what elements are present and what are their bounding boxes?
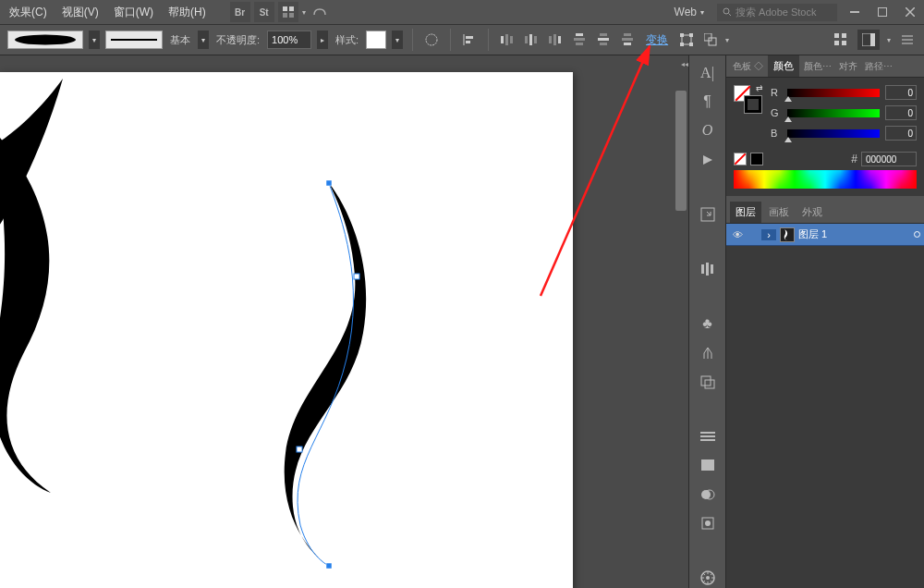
search-stock-input[interactable]: 搜索 Adobe Stock <box>717 4 837 21</box>
svg-rect-21 <box>549 36 552 43</box>
document-preset-dropdown[interactable]: Web ▾ <box>669 4 710 20</box>
collapse-panels-handle[interactable]: ◂◂ <box>681 58 688 69</box>
layer-thumbnail <box>780 227 795 242</box>
g-slider[interactable] <box>787 107 880 118</box>
hex-input[interactable]: 000000 <box>861 152 917 166</box>
minimize-button[interactable] <box>845 4 865 20</box>
r-slider[interactable] <box>787 87 880 98</box>
visibility-toggle-icon[interactable]: 👁 <box>730 229 745 240</box>
none-color-swatch[interactable] <box>734 153 747 165</box>
halign-left-icon[interactable] <box>498 31 517 49</box>
maximize-button[interactable] <box>872 4 893 20</box>
opacity-input[interactable]: 100% <box>267 31 311 49</box>
optionsbar: ▾ 基本 ▾ 不透明度: 100% ▸ 样式: ▾ 变换 ▾ ▾ <box>0 24 924 55</box>
transform-link[interactable]: 变换 <box>642 32 672 48</box>
svg-rect-37 <box>689 43 693 46</box>
opacity-dropdown[interactable]: ▸ <box>317 31 328 49</box>
align-left-icon[interactable] <box>460 31 479 49</box>
grid-view-icon[interactable] <box>832 31 850 49</box>
gpu-icon[interactable] <box>310 2 330 22</box>
valign-top-icon[interactable] <box>570 31 589 49</box>
fill-stroke-widget[interactable]: ⇄ <box>734 85 761 113</box>
transparency-panel-icon[interactable] <box>697 484 719 504</box>
halign-right-icon[interactable] <box>546 31 565 49</box>
layer-row[interactable]: 👁 › 图层 1 <box>726 224 924 246</box>
black-color-swatch[interactable] <box>750 153 763 165</box>
tool-rail: A| ¶ O ♣ <box>688 55 725 588</box>
close-button[interactable] <box>900 4 920 20</box>
arrange-documents-icon[interactable] <box>278 2 298 22</box>
stroke-panel-icon[interactable] <box>697 426 719 446</box>
svg-rect-24 <box>576 33 583 36</box>
menubar: 效果(C) 视图(V) 窗口(W) 帮助(H) Br St ▾ Web ▾ 搜索… <box>0 0 924 24</box>
group-icon[interactable] <box>701 31 720 49</box>
valign-bottom-icon[interactable] <box>618 31 637 49</box>
stroke-dropdown[interactable]: ▾ <box>198 31 209 49</box>
symbols-panel-icon[interactable]: ♣ <box>697 314 719 334</box>
essentials-panel-icon[interactable] <box>857 30 880 50</box>
document-preset-label: Web <box>675 6 697 18</box>
vertical-scrollbar[interactable] <box>674 72 688 588</box>
export-panel-icon[interactable] <box>697 204 719 224</box>
menu-window[interactable]: 窗口(W) <box>108 3 159 22</box>
svg-rect-7 <box>879 8 887 17</box>
menu-view[interactable]: 视图(V) <box>56 3 104 22</box>
halign-center-icon[interactable] <box>522 31 541 49</box>
tab-pathfinder[interactable]: 路径⋯ <box>862 56 895 77</box>
style-dropdown[interactable]: ▾ <box>392 31 403 49</box>
expand-layer-icon[interactable]: › <box>761 229 776 240</box>
svg-rect-55 <box>701 264 704 274</box>
isolate-icon[interactable] <box>677 31 696 49</box>
graphic-style-swatch[interactable] <box>366 31 386 49</box>
b-slider[interactable] <box>787 128 880 139</box>
g-value[interactable]: 0 <box>885 105 917 120</box>
panel-menu-icon[interactable] <box>898 31 917 49</box>
tab-artboards[interactable]: 画板 <box>763 202 795 223</box>
svg-point-4 <box>723 8 729 14</box>
actions-panel-icon[interactable] <box>697 150 719 169</box>
stock-icon[interactable]: St <box>254 2 274 22</box>
tab-grad[interactable]: 颜色⋯ <box>801 56 834 77</box>
canvas-area[interactable]: ◂◂ <box>0 55 688 588</box>
svg-rect-20 <box>534 36 537 43</box>
align-panel-icon[interactable] <box>697 259 719 278</box>
brushes-panel-icon[interactable] <box>697 343 719 362</box>
r-value[interactable]: 0 <box>885 85 917 100</box>
character-panel-icon[interactable]: A| <box>697 63 719 82</box>
valign-middle-icon[interactable] <box>594 31 613 49</box>
layer-name[interactable]: 图层 1 <box>798 227 827 241</box>
artboards-panel-icon[interactable] <box>697 372 719 391</box>
tab-appearance[interactable]: 外观 <box>796 202 828 223</box>
svg-rect-15 <box>501 36 504 43</box>
g-label: G <box>771 107 782 118</box>
artboard[interactable] <box>0 72 573 588</box>
target-indicator[interactable] <box>914 231 920 238</box>
svg-rect-16 <box>505 34 508 45</box>
tab-layers[interactable]: 图层 <box>730 202 761 223</box>
style-label: 样式: <box>334 33 360 47</box>
bridge-icon[interactable]: Br <box>230 2 250 22</box>
tab-color[interactable]: 颜色 <box>768 55 799 77</box>
fill-dropdown[interactable]: ▾ <box>89 31 100 49</box>
b-value[interactable]: 0 <box>885 126 917 141</box>
stroke-swatch[interactable] <box>105 31 163 49</box>
opentype-panel-icon[interactable]: O <box>697 121 719 141</box>
appearance-panel-icon[interactable] <box>697 514 719 533</box>
tab-align[interactable]: 对齐 <box>836 56 860 77</box>
svg-rect-31 <box>622 38 633 41</box>
svg-rect-23 <box>558 36 561 43</box>
gradient-panel-icon[interactable] <box>697 456 719 475</box>
svg-rect-2 <box>283 13 287 18</box>
swap-fill-stroke-icon[interactable]: ⇄ <box>756 83 763 92</box>
fill-swatch[interactable] <box>7 31 83 49</box>
color-spectrum[interactable] <box>734 170 917 189</box>
css-panel-icon[interactable] <box>697 569 719 588</box>
menu-effect[interactable]: 效果(C) <box>4 3 53 22</box>
menu-help[interactable]: 帮助(H) <box>163 3 212 22</box>
paragraph-panel-icon[interactable]: ¶ <box>697 92 719 111</box>
svg-point-11 <box>426 34 437 45</box>
tab-swatches[interactable]: 色板 ◇ <box>730 56 766 77</box>
svg-rect-50 <box>354 274 359 279</box>
stroke-style-label: 基本 <box>168 33 192 47</box>
recolor-icon[interactable] <box>422 31 441 49</box>
